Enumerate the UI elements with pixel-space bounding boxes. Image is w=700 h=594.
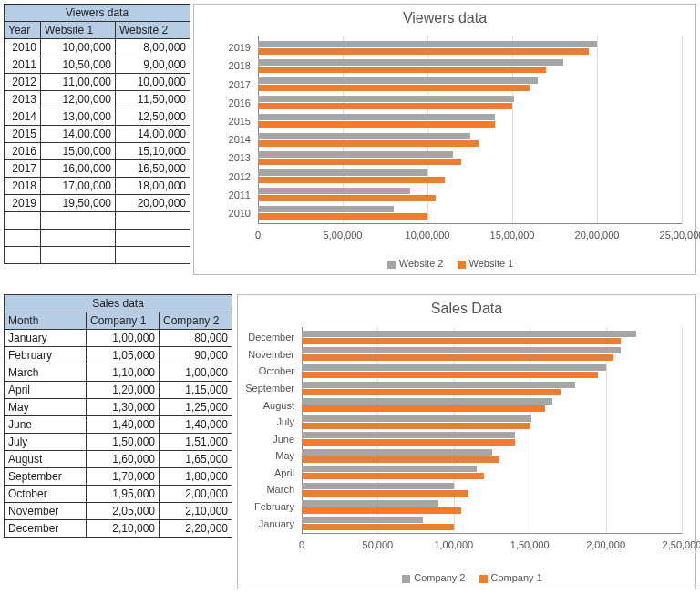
legend-swatch-icon	[402, 575, 410, 583]
bar	[258, 177, 445, 183]
bar	[258, 67, 546, 73]
category-label: 2019	[229, 42, 251, 53]
bar	[302, 517, 423, 523]
bar-group: 2018	[258, 56, 682, 75]
bar-group: May	[302, 447, 682, 465]
table-row: April1,20,0001,15,000	[5, 382, 232, 399]
bar	[258, 206, 394, 212]
bar-group: 2011	[258, 186, 682, 204]
chart-legend: Website 2 Website 1	[194, 258, 695, 269]
category-label: 2015	[229, 116, 251, 127]
table-row: 201514,00,00014,00,000	[5, 126, 190, 143]
bar	[258, 188, 410, 194]
bar	[302, 473, 484, 479]
sales-table: Sales data Month Company 1 Company 2 Jan…	[4, 294, 232, 538]
bar-group: 2019	[258, 38, 682, 56]
bar	[258, 85, 530, 91]
bar-group: 2016	[258, 94, 682, 112]
category-label: 2017	[229, 79, 251, 90]
x-tick-label: 0	[299, 539, 304, 550]
table-row: May1,30,0001,25,000	[5, 399, 232, 416]
bar-group: 2013	[258, 148, 682, 167]
category-label: January	[259, 518, 294, 529]
bar	[302, 354, 613, 361]
category-label: March	[266, 484, 294, 495]
category-label: 2014	[229, 134, 251, 145]
bar	[258, 96, 514, 102]
th-website2: Website 2	[116, 22, 190, 39]
bar	[258, 213, 427, 220]
x-tick-label: 1,00,000	[434, 539, 473, 550]
category-label: August	[263, 400, 294, 411]
bar	[302, 456, 499, 463]
bar-group: 2017	[258, 75, 682, 93]
bar	[258, 59, 563, 66]
table-row: February1,05,00090,000	[5, 347, 232, 364]
table-row	[5, 230, 190, 247]
bar	[258, 151, 453, 158]
legend-swatch-icon	[479, 575, 488, 583]
bar	[302, 449, 492, 456]
bar	[302, 364, 606, 371]
bar-group: March	[302, 481, 682, 498]
bar	[258, 77, 538, 84]
bar	[302, 490, 468, 497]
x-tick-label: 0	[255, 230, 261, 241]
table-row: July1,50,0001,51,000	[5, 434, 232, 451]
category-label: April	[274, 467, 294, 478]
bar	[302, 405, 545, 412]
category-label: 2018	[229, 60, 251, 71]
table-row: October1,95,0002,00,000	[5, 486, 232, 503]
bar	[302, 423, 530, 429]
x-tick-label: 1,50,000	[510, 539, 550, 550]
table-row: 201817,00,00018,00,000	[5, 178, 190, 195]
bar	[302, 372, 598, 378]
table-row: August1,60,0001,65,000	[5, 451, 232, 468]
bar	[302, 439, 515, 446]
table-row	[5, 212, 190, 230]
category-label: February	[254, 501, 294, 512]
bar-group: 2014	[258, 130, 682, 148]
category-label: September	[245, 383, 294, 394]
bar	[302, 331, 636, 337]
bar	[302, 507, 461, 514]
category-label: 2013	[229, 152, 251, 163]
table-row: June1,40,0001,40,000	[5, 416, 232, 434]
bar-group: 2012	[258, 167, 682, 185]
bar	[302, 483, 454, 489]
bar	[302, 466, 477, 472]
bar	[302, 398, 552, 405]
bar	[302, 415, 531, 422]
sales-table-title: Sales data	[5, 295, 232, 312]
table-row: March1,10,0001,00,000	[5, 364, 232, 382]
bar-group: January	[302, 515, 682, 532]
bar	[258, 114, 495, 120]
bar-group: April	[302, 465, 682, 482]
bar	[258, 133, 470, 139]
th-company2: Company 2	[160, 312, 232, 330]
x-tick-label: 5,00,000	[324, 230, 363, 241]
th-company1: Company 1	[87, 312, 160, 330]
th-year: Year	[5, 22, 41, 39]
x-tick-label: 2,50,000	[663, 539, 700, 550]
category-label: 2011	[229, 189, 251, 200]
bar	[302, 524, 454, 530]
bar-group: July	[302, 414, 682, 431]
legend-swatch-icon	[458, 261, 466, 269]
bar	[258, 103, 512, 109]
category-label: 2016	[229, 97, 251, 108]
bar	[302, 389, 561, 395]
bar-group: September	[302, 380, 682, 397]
bar	[258, 169, 427, 176]
table-row	[5, 247, 190, 264]
table-row: November2,05,0002,10,000	[5, 503, 232, 520]
table-row: December2,10,0002,20,000	[5, 520, 232, 538]
chart-legend: Company 2 Company 1	[238, 572, 695, 583]
table-row: 201010,00,0008,00,000	[5, 39, 190, 56]
category-label: 2010	[229, 208, 251, 219]
x-tick-label: 15,00,000	[490, 230, 535, 241]
table-row: 201716,00,00016,50,000	[5, 160, 190, 178]
table-row: September1,70,0001,80,000	[5, 468, 232, 486]
plot-area: 050,0001,00,0001,50,0002,00,0002,50,000 …	[302, 327, 682, 534]
x-tick-label: 2,00,000	[586, 539, 625, 550]
